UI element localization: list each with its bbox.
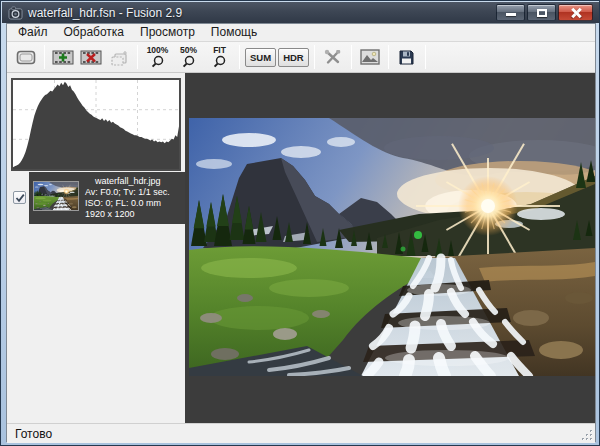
toolbar-separator (425, 45, 426, 69)
preview-button[interactable] (356, 44, 384, 71)
image-dimensions: 1920 x 1200 (85, 209, 170, 220)
remove-images-button[interactable] (77, 44, 105, 71)
histogram-panel (11, 78, 181, 171)
image-iso-fl: ISO: 0; FL: 0.0 mm (85, 198, 170, 209)
titlebar[interactable]: waterfall_hdr.fsn - Fusion 2.9 (2, 2, 600, 23)
menu-view[interactable]: Просмотр (132, 24, 203, 41)
image-viewer (185, 73, 595, 423)
menu-file[interactable]: Файл (10, 24, 56, 41)
close-icon (571, 8, 581, 18)
toolbar-separator (137, 45, 138, 69)
image-exposure: Av: F0.0; Tv: 1/1 sec. (85, 187, 170, 198)
main-content: waterfall_hdr.jpg Av: F0.0; Tv: 1/1 sec.… (7, 73, 595, 423)
image-filename: waterfall_hdr.jpg (85, 176, 170, 187)
toolbar-separator (239, 45, 240, 69)
image-enabled-checkbox[interactable] (13, 191, 26, 204)
status-text: Готово (7, 427, 52, 441)
sum-mode-button[interactable]: SUM (245, 48, 276, 67)
toolbar-separator (388, 45, 389, 69)
zoom-100-button[interactable]: 100% (142, 44, 173, 71)
image-thumbnail (33, 181, 79, 211)
left-panel: waterfall_hdr.jpg Av: F0.0; Tv: 1/1 sec.… (7, 73, 185, 423)
zoom-fit-button[interactable]: FIT (204, 44, 235, 71)
save-button[interactable] (393, 44, 421, 71)
client-area: Файл Обработка Просмотр Помощь (6, 23, 596, 442)
filmstrip-plus-icon (52, 49, 74, 66)
image-list-row: waterfall_hdr.jpg Av: F0.0; Tv: 1/1 sec.… (7, 172, 185, 224)
hdr-mode-button[interactable]: HDR (278, 48, 309, 67)
toolbar-separator (314, 45, 315, 69)
magnifier-icon (213, 55, 226, 68)
toolbar-separator (44, 45, 45, 69)
magnifier-icon (151, 55, 164, 68)
image-list-item[interactable]: waterfall_hdr.jpg Av: F0.0; Tv: 1/1 sec.… (29, 172, 185, 224)
tools-icon (324, 49, 342, 65)
toolbar: 100% 50% FIT SUM (7, 42, 595, 73)
menu-processing[interactable]: Обработка (56, 24, 133, 41)
app-icon (8, 6, 23, 20)
app-window: waterfall_hdr.fsn - Fusion 2.9 Файл Обра… (0, 0, 600, 446)
add-images-button[interactable] (49, 44, 77, 71)
window-title: waterfall_hdr.fsn - Fusion 2.9 (28, 6, 182, 20)
maximize-button[interactable] (527, 4, 556, 21)
statusbar: Готово (7, 423, 595, 443)
menu-help[interactable]: Помощь (203, 24, 265, 41)
minimize-icon (506, 13, 516, 16)
maximize-icon (537, 9, 547, 17)
select-frame-button[interactable] (12, 44, 40, 71)
frame-icon (16, 50, 36, 65)
histogram-chart (13, 80, 179, 169)
minimize-button[interactable] (496, 4, 525, 21)
toolbar-separator (351, 45, 352, 69)
floppy-disk-icon (398, 49, 415, 66)
resize-grip[interactable] (580, 428, 594, 442)
menubar: Файл Обработка Просмотр Помощь (7, 24, 595, 42)
checkmark-icon (15, 193, 25, 203)
image-metadata: waterfall_hdr.jpg Av: F0.0; Tv: 1/1 sec.… (85, 176, 170, 220)
zoom-50-button[interactable]: 50% (173, 44, 204, 71)
close-button[interactable] (558, 4, 593, 21)
zoom-fit-label: FIT (213, 46, 226, 55)
zoom-50-label: 50% (180, 46, 197, 55)
align-icon (109, 49, 129, 66)
align-images-button[interactable] (105, 44, 133, 71)
photo-preview (189, 118, 595, 376)
magnifier-icon (182, 55, 195, 68)
settings-button[interactable] (319, 44, 347, 71)
picture-icon (360, 49, 380, 65)
filmstrip-x-icon (80, 49, 102, 66)
zoom-100-label: 100% (147, 46, 169, 55)
